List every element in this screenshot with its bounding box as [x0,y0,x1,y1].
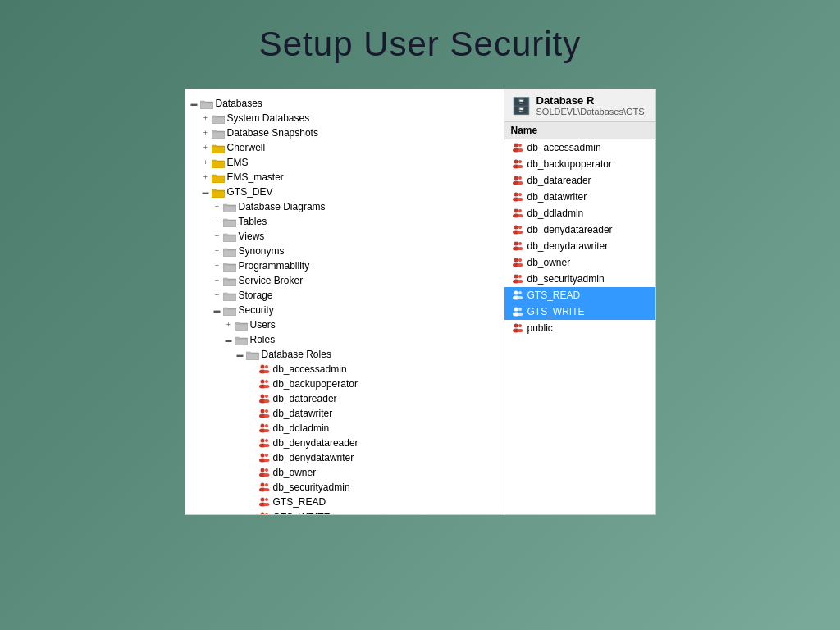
folder-icon [212,142,225,153]
tree-node-cherwell[interactable]: + Cherwell [189,140,500,155]
svg-point-93 [517,247,523,250]
tree-node-ems-master[interactable]: + EMS_master [189,170,500,185]
role-icon [511,175,524,186]
svg-rect-11 [223,264,236,272]
expand-icon: ▬ [225,336,233,344]
node-label: Security [239,304,274,316]
tree-node-db-owner[interactable]: db_owner [189,465,500,480]
svg-point-37 [263,429,269,432]
tree-node-db-accessadmin[interactable]: db_accessadmin [189,362,500,377]
svg-rect-5 [212,176,225,183]
tree-node-ems[interactable]: + EMS [189,155,500,170]
tree-node-db-securityadmin[interactable]: db_securityadmin [189,480,500,495]
tree-node-database-snapshots[interactable]: + Database Snapshots [189,126,500,140]
svg-point-97 [517,263,523,267]
svg-point-30 [260,409,264,413]
node-label: db_ddladmin [273,422,330,434]
tree-node-gts-write[interactable]: GTS_WRITE [189,509,500,515]
role-icon [511,273,524,285]
svg-point-40 [265,439,268,442]
tree-node-db-ddladmin[interactable]: db_ddladmin [189,421,500,436]
node-label: Views [239,231,265,242]
role-item-db-owner[interactable]: db_owner [504,254,655,271]
expand-icon [248,454,256,462]
svg-point-34 [260,424,264,428]
role-icon [511,208,524,219]
svg-point-105 [517,296,523,299]
expand-icon: ▬ [213,306,221,314]
svg-point-57 [263,503,269,506]
expand-icon: + [213,247,221,255]
svg-point-80 [518,193,522,196]
svg-point-21 [263,370,269,373]
svg-point-92 [518,242,522,245]
expand-icon: + [202,144,210,152]
role-item-db-securityadmin[interactable]: db_securityadmin [504,271,655,287]
role-item-public[interactable]: public [504,320,655,336]
tree-node-tables[interactable]: + Tables [189,214,500,229]
svg-point-45 [263,459,269,462]
svg-point-104 [518,291,522,294]
role-item-gts-write[interactable]: GTS_WRITE [504,304,655,320]
tree-node-db-datawriter[interactable]: db_datawriter [189,406,500,421]
role-icon [258,378,271,390]
tree-node-database-diagrams[interactable]: + Database Diagrams [189,199,500,214]
page-title: Setup User Security [0,0,840,80]
folder-icon [223,245,236,257]
role-label: db_owner [527,257,571,268]
svg-point-78 [514,193,518,197]
roles-panel: 🗄️ Database R SQLDEVL\Databases\GTS_ Nam… [504,89,656,515]
node-label: Storage [239,290,273,301]
role-item-db-denydatareader[interactable]: db_denydatareader [504,221,655,238]
role-item-db-backupoperator[interactable]: db_backupoperator [504,156,655,172]
role-item-db-accessadmin[interactable]: db_accessadmin [504,139,655,156]
folder-icon [223,260,236,272]
tree-node-gts-dev[interactable]: ▬ GTS_DEV [189,185,500,199]
role-item-db-datareader[interactable]: db_datareader [504,172,655,189]
svg-point-58 [260,513,264,516]
tree-node-gts-read[interactable]: GTS_READ [189,495,500,509]
node-label: EMS [227,157,249,168]
tree-node-synonyms[interactable]: + Synonyms [189,244,500,258]
tree-node-db-denydatawriter[interactable]: db_denydatawriter [189,450,500,465]
folder-icon [235,319,248,331]
role-icon [511,240,524,252]
svg-rect-3 [212,146,225,153]
tree-node-users[interactable]: + Users [189,317,500,332]
tree-node-service-broker[interactable]: + Service Broker [189,273,500,288]
svg-point-54 [260,498,264,502]
role-item-db-datawriter[interactable]: db_datawriter [504,189,655,205]
tree-node-views[interactable]: + Views [189,229,500,244]
role-item-gts-read[interactable]: GTS_READ [504,287,655,304]
tree-node-storage[interactable]: + Storage [189,288,500,303]
expand-icon: + [202,114,210,122]
svg-point-20 [265,365,268,368]
svg-point-94 [514,258,518,262]
tree-node-database-roles[interactable]: ▬ Database Roles [189,347,500,362]
folder-icon [212,171,225,183]
content-area: ▬ Databases+ System Databases+ Database … [0,89,840,515]
svg-point-85 [517,214,523,217]
tree-node-db-datareader[interactable]: db_datareader [189,391,500,406]
tree-node-databases[interactable]: ▬ Databases [189,96,500,111]
folder-icon [223,304,236,316]
tree-node-security[interactable]: ▬ Security [189,303,500,317]
svg-point-86 [514,226,518,230]
tree-node-db-backupoperator[interactable]: db_backupoperator [189,377,500,391]
svg-rect-16 [235,338,248,345]
tree-node-system-databases[interactable]: + System Databases [189,111,500,126]
role-icon [258,452,271,463]
svg-rect-0 [200,102,213,109]
role-item-db-ddladmin[interactable]: db_ddladmin [504,205,655,221]
folder-icon [246,349,259,360]
role-item-db-denydatawriter[interactable]: db_denydatawriter [504,238,655,254]
role-icon [511,322,524,334]
expand-icon: + [213,291,221,299]
svg-point-106 [514,308,518,312]
tree-node-programmability[interactable]: + Programmability [189,258,500,273]
tree-node-db-denydatareader[interactable]: db_denydatareader [189,436,500,450]
node-label: System Databases [227,112,310,124]
svg-point-26 [260,395,264,399]
svg-rect-13 [223,294,236,301]
tree-node-roles[interactable]: ▬ Roles [189,332,500,347]
